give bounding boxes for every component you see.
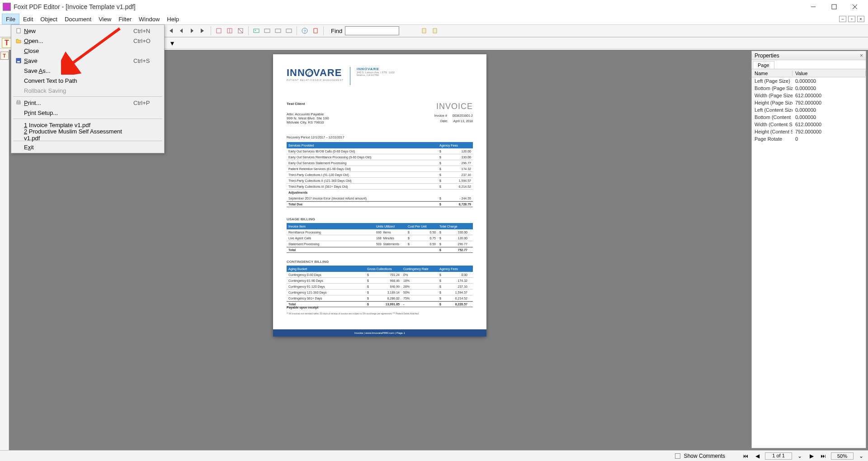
maximize-button[interactable]: [824, 0, 844, 14]
menu-file[interactable]: File: [2, 14, 19, 24]
image-tool-icon[interactable]: [251, 26, 261, 36]
zoom-dropdown-icon[interactable]: ⌄: [857, 452, 865, 460]
property-row: Width (Page Size)612.000000: [752, 92, 866, 99]
show-comments-label: Show Comments: [684, 453, 725, 459]
menu-item-shortcut: Ctrl+O: [133, 38, 160, 44]
menu-item-label: Print...: [24, 100, 133, 106]
svg-rect-11: [275, 29, 281, 33]
menu-edit[interactable]: Edit: [19, 14, 37, 24]
doc-icon-2[interactable]: [430, 26, 440, 36]
save-icon: [13, 57, 24, 64]
mdi-minimize[interactable]: –: [839, 16, 846, 22]
menu-window[interactable]: Window: [135, 14, 163, 24]
svg-rect-10: [264, 29, 270, 33]
property-row: Left (Page Size)0.000000: [752, 77, 866, 85]
svg-line-7: [238, 29, 243, 33]
last-page-icon[interactable]: [198, 26, 208, 36]
invoice-date-label: Date:: [440, 119, 448, 124]
menu-item-label: Save As...: [24, 67, 133, 74]
text-tool-icon[interactable]: T: [2, 38, 12, 48]
properties-title: Properties: [755, 52, 779, 59]
menu-document[interactable]: Document: [61, 14, 95, 24]
file-menu-item[interactable]: Print...Ctrl+P: [11, 98, 164, 108]
menu-object[interactable]: Object: [37, 14, 61, 24]
menubar: File Edit Object Document View Filter Wi…: [0, 14, 868, 24]
file-menu-item[interactable]: Open...Ctrl+O: [11, 36, 164, 46]
first-page-button[interactable]: ⏮: [741, 452, 750, 460]
svg-rect-21: [17, 102, 20, 104]
zoom-level[interactable]: 50%: [831, 452, 854, 460]
find-label: Find: [331, 28, 342, 34]
menu-item-shortcut: Ctrl+S: [133, 57, 160, 64]
menu-item-shortcut: Ctrl+N: [133, 28, 160, 34]
open-icon: [13, 38, 24, 44]
mdi-restore[interactable]: ▫: [848, 16, 855, 22]
tool-icon-2[interactable]: [225, 26, 235, 36]
prev-page-icon[interactable]: [176, 26, 186, 36]
property-row: Bottom (Content Siz0.000000: [752, 114, 866, 121]
property-row: Height (Content Size792.000000: [752, 128, 866, 135]
app-icon: [3, 3, 11, 11]
file-menu-item[interactable]: Close: [11, 46, 164, 56]
page-indicator[interactable]: 1 of 1: [765, 452, 792, 460]
menu-item-label: New: [24, 28, 133, 34]
svg-rect-1: [832, 5, 836, 9]
next-page-icon[interactable]: [187, 26, 197, 36]
prev-page-button[interactable]: ◀: [753, 452, 761, 460]
show-comments-checkbox[interactable]: [675, 453, 680, 459]
titlebar: Foxit PDF Editor - [Invoice Template v1.…: [0, 0, 868, 14]
menu-item-label: Open...: [24, 38, 133, 44]
help-icon[interactable]: ?: [300, 26, 310, 36]
fine-print: ** All invoices not remitted within 30 d…: [287, 312, 419, 315]
properties-tab-page[interactable]: Page: [753, 61, 774, 69]
client-name: Test Client: [287, 102, 329, 106]
invoice-number: 0036201801-2: [453, 113, 473, 119]
file-menu-item[interactable]: Convert Text to Path: [11, 76, 164, 86]
file-menu-item[interactable]: Print Setup...: [11, 108, 164, 118]
svg-text:?: ?: [303, 29, 306, 33]
menu-item-label: 2 Productive Muslim Self Assessment v1.p…: [24, 128, 133, 142]
svg-rect-18: [17, 29, 20, 33]
file-menu-item[interactable]: 2 Productive Muslim Self Assessment v1.p…: [11, 130, 164, 140]
last-page-button[interactable]: ⏭: [819, 452, 827, 460]
image-tool-icon-2[interactable]: [262, 26, 272, 36]
payable-note: Payable upon receipt: [287, 306, 318, 309]
first-page-icon[interactable]: [165, 26, 175, 36]
company-addr2: Walnut, CA 91789: [357, 74, 395, 76]
menu-filter[interactable]: Filter: [115, 14, 135, 24]
menu-item-label: Print Setup...: [24, 109, 133, 116]
page-dropdown-icon[interactable]: ⌄: [796, 452, 804, 460]
dropdown-icon[interactable]: ▾: [167, 38, 177, 48]
properties-close-icon[interactable]: ×: [860, 52, 863, 59]
window-title: Foxit PDF Editor - [Invoice Template v1.…: [14, 3, 136, 10]
doc-icon-1[interactable]: [419, 26, 429, 36]
svg-rect-22: [17, 100, 20, 102]
mdi-close[interactable]: ×: [857, 16, 864, 22]
pdf-icon[interactable]: [311, 26, 321, 36]
services-table: Services ProvidedAgency FeesEarly Out Se…: [287, 142, 473, 207]
menu-help[interactable]: Help: [163, 14, 183, 24]
tool-icon-1[interactable]: [214, 26, 224, 36]
next-page-button[interactable]: ▶: [807, 452, 816, 460]
file-menu-item[interactable]: Save As...: [11, 66, 164, 76]
image-tool-icon-4[interactable]: [284, 26, 294, 36]
tool-icon-3[interactable]: [236, 26, 245, 36]
file-menu-item: Rollback Saving: [11, 86, 164, 95]
prop-header-value: Value: [793, 71, 866, 76]
print-icon: [13, 100, 24, 106]
menu-view[interactable]: View: [95, 14, 115, 24]
file-menu-item[interactable]: SaveCtrl+S: [11, 56, 164, 66]
image-tool-icon-3[interactable]: [273, 26, 283, 36]
recovery-period: Recovery Period 12/1/2017 – 12/31/2017: [287, 136, 344, 139]
invoice-date: April 13, 2018: [453, 119, 473, 124]
find-input[interactable]: [345, 26, 399, 35]
text-panel-icon[interactable]: T: [0, 52, 9, 60]
close-button[interactable]: [844, 0, 865, 14]
invoice-title: INVOICE: [436, 102, 473, 111]
svg-rect-4: [217, 29, 221, 33]
pdf-page: INNVARE PATIENT RELATIONSHIP MANAGEMENT …: [273, 54, 486, 337]
file-menu-item[interactable]: Exit: [11, 142, 164, 152]
file-menu-item[interactable]: NewCtrl+N: [11, 26, 164, 36]
menu-item-label: Exit: [24, 144, 133, 151]
minimize-button[interactable]: [803, 0, 824, 14]
